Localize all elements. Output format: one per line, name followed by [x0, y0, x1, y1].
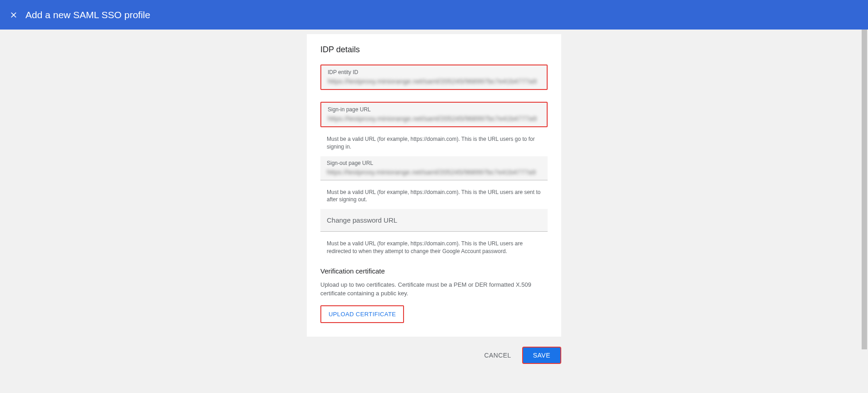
- input-value: https://testproxy.miniorange.net/saml/20…: [328, 114, 540, 124]
- save-button[interactable]: SAVE: [522, 347, 561, 364]
- scrollbar-thumb[interactable]: [862, 30, 867, 349]
- input-label: Sign-out page URL: [327, 160, 541, 166]
- idp-details-card: IDP details IDP entity ID https://testpr…: [307, 34, 561, 337]
- signout-url-input[interactable]: Sign-out page URL https://testproxy.mini…: [320, 156, 548, 180]
- signout-url-field: Sign-out page URL https://testproxy.mini…: [320, 156, 548, 180]
- upload-certificate-button[interactable]: UPLOAD CERTIFICATE: [320, 305, 404, 323]
- modal-header: Add a new SAML SSO profile: [0, 0, 868, 30]
- signout-helper-text: Must be a valid URL (for example, https:…: [320, 186, 548, 209]
- input-value: https://testproxy.miniorange.net/saml/20…: [328, 76, 540, 86]
- action-row: CANCEL SAVE: [307, 337, 561, 374]
- input-label: IDP entity ID: [328, 69, 540, 75]
- idp-entity-id-field: IDP entity ID https://testproxy.minioran…: [320, 65, 548, 90]
- input-value: https://testproxy.miniorange.net/saml/20…: [327, 167, 541, 177]
- close-icon: [9, 10, 18, 20]
- changepw-helper-text: Must be a valid URL (for example, https:…: [320, 237, 548, 261]
- input-label: Sign-in page URL: [328, 106, 540, 113]
- idp-entity-id-input[interactable]: IDP entity ID https://testproxy.minioran…: [321, 65, 547, 89]
- certificate-section-title: Verification certificate: [320, 267, 548, 275]
- certificate-description: Upload up to two certificates. Certifica…: [320, 280, 548, 298]
- cancel-button[interactable]: CANCEL: [480, 348, 514, 363]
- content-area: IDP details IDP entity ID https://testpr…: [0, 30, 868, 393]
- signin-url-field: Sign-in page URL https://testproxy.minio…: [320, 102, 548, 127]
- page-title: Add a new SAML SSO profile: [25, 10, 150, 20]
- signin-url-input[interactable]: Sign-in page URL https://testproxy.minio…: [321, 103, 547, 126]
- section-title: IDP details: [320, 45, 548, 55]
- scrollbar-track[interactable]: [861, 30, 868, 393]
- change-password-url-input[interactable]: Change password URL: [320, 209, 548, 232]
- change-password-url-field: Change password URL: [320, 209, 548, 232]
- close-button[interactable]: [8, 10, 19, 20]
- signin-helper-text: Must be a valid URL (for example, https:…: [320, 133, 548, 156]
